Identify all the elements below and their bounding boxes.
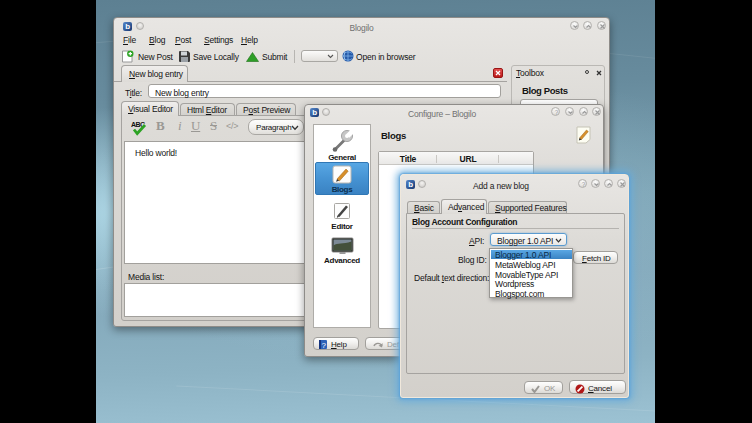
- svg-text:?: ?: [555, 109, 559, 116]
- svg-text:?: ?: [582, 181, 586, 188]
